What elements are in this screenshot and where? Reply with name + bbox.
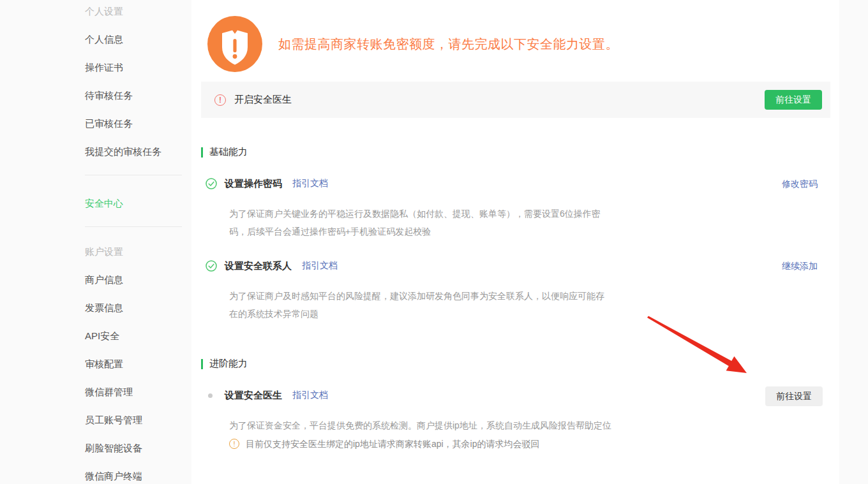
sidebar-item-reviewed-tasks[interactable]: 已审核任务 — [85, 119, 191, 129]
section-basic-capability: 基础能力 — [201, 146, 830, 158]
capability-title: 设置安全联系人 — [225, 260, 292, 272]
sidebar-item-wechat-merchant-terminal[interactable]: 微信商户终端 — [85, 471, 191, 481]
sidebar-item-my-submitted-tasks[interactable]: 我提交的审核任务 — [85, 147, 191, 157]
sidebar-item-operation-cert[interactable]: 操作证书 — [85, 62, 191, 73]
change-password-link[interactable]: 修改密码 — [782, 179, 818, 190]
capability-title: 设置操作密码 — [225, 178, 282, 190]
check-circle-icon — [206, 178, 217, 189]
capability-description: 为了保证商户关键业务的平稳运行及数据隐私（如付款、提现、账单等），需要设置6位操… — [229, 205, 638, 240]
capability-item-operation-password: 设置操作密码 指引文档 修改密码 为了保证商户关键业务的平稳运行及数据隐私（如付… — [201, 178, 830, 240]
section-title: 进阶能力 — [209, 358, 248, 370]
guide-doc-link[interactable]: 指引文档 — [292, 178, 328, 189]
go-to-setup-button-secondary[interactable]: 前往设置 — [765, 386, 823, 406]
security-notice-header: 如需提高商家转账免密额度，请先完成以下安全能力设置。 — [201, 0, 830, 72]
info-circle-icon: ! — [229, 439, 239, 449]
sidebar-group-account-settings: 账户设置 — [85, 247, 191, 257]
sidebar-item-security-center[interactable]: 安全中心 — [85, 198, 191, 209]
guide-doc-link[interactable]: 指引文档 — [302, 260, 338, 272]
check-circle-icon — [206, 260, 217, 272]
sidebar-item-wechat-group-mgmt[interactable]: 微信群管理 — [85, 387, 191, 397]
shield-exclamation-icon — [207, 16, 262, 72]
guide-doc-link[interactable]: 指引文档 — [292, 390, 328, 401]
sidebar-divider — [85, 175, 182, 175]
sidebar-item-face-smart-device[interactable]: 刷脸智能设备 — [85, 443, 191, 453]
sidebar-divider — [85, 226, 182, 227]
section-title: 基础能力 — [209, 146, 248, 158]
security-doctor-banner: ! 开启安全医生 前往设置 — [201, 82, 830, 118]
section-advanced-capability: 进阶能力 — [201, 358, 830, 370]
capability-item-security-doctor: 设置安全医生 指引文档 前往设置 为了保证资金安全，平台提供免费的系统检测。商户… — [201, 390, 830, 453]
sidebar-item-merchant-info[interactable]: 商户信息 — [85, 275, 191, 285]
sidebar-item-invoice-info[interactable]: 发票信息 — [85, 303, 191, 313]
alert-circle-icon: ! — [214, 94, 226, 106]
sidebar-item-staff-account-mgmt[interactable]: 员工账号管理 — [85, 415, 191, 425]
sidebar-item-review-config[interactable]: 审核配置 — [85, 359, 191, 369]
capability-warning: ! 目前仅支持安全医生绑定的ip地址请求商家转账api，其余ip的请求均会驳回 — [229, 435, 830, 453]
go-to-setup-button[interactable]: 前往设置 — [765, 90, 822, 110]
sidebar: 个人设置 个人信息 操作证书 待审核任务 已审核任务 我提交的审核任务 安全中心… — [0, 0, 191, 484]
security-notice-text: 如需提高商家转账免密额度，请先完成以下安全能力设置。 — [278, 36, 618, 53]
main-content: 如需提高商家转账免密额度，请先完成以下安全能力设置。 ! 开启安全医生 前往设置… — [191, 0, 839, 484]
capability-description: 为了保证资金安全，平台提供免费的系统检测。商户提供ip地址，系统自动生成风险报告… — [229, 416, 638, 434]
sidebar-group-personal-settings: 个人设置 — [85, 6, 191, 17]
continue-add-link[interactable]: 继续添加 — [782, 261, 818, 272]
pending-dot-icon — [208, 393, 213, 398]
section-accent-bar — [201, 359, 203, 369]
banner-title: 开启安全医生 — [234, 94, 292, 106]
warning-text: 目前仅支持安全医生绑定的ip地址请求商家转账api，其余ip的请求均会驳回 — [246, 435, 539, 453]
capability-item-security-contact: 设置安全联系人 指引文档 继续添加 为了保证商户及时感知平台的风险提醒，建议添加… — [201, 260, 830, 323]
sidebar-item-api-security[interactable]: API安全 — [85, 331, 191, 341]
section-accent-bar — [201, 147, 203, 158]
capability-description: 为了保证商户及时感知平台的风险提醒，建议添加研发角色同事为安全联系人，以便响应可… — [229, 287, 638, 323]
sidebar-item-pending-tasks[interactable]: 待审核任务 — [85, 91, 191, 101]
sidebar-item-personal-info[interactable]: 个人信息 — [85, 34, 191, 45]
capability-title: 设置安全医生 — [225, 390, 282, 402]
